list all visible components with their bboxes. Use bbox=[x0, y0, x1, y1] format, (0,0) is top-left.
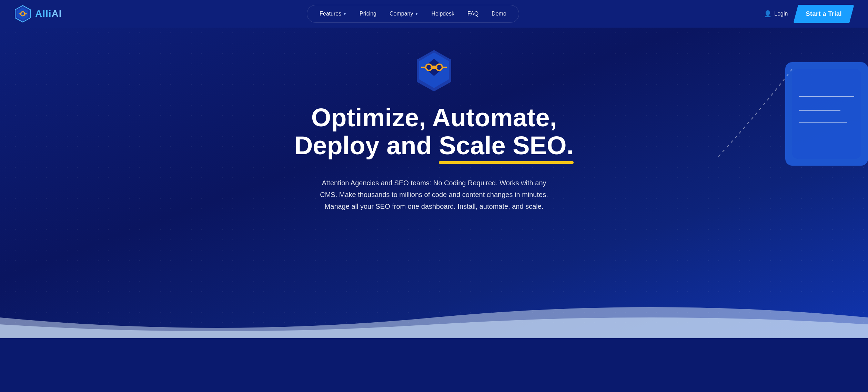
user-icon: 👤 bbox=[764, 10, 771, 18]
features-chevron-icon: ▼ bbox=[343, 12, 346, 16]
nav-company[interactable]: Company ▼ bbox=[384, 8, 424, 20]
nav-pricing[interactable]: Pricing bbox=[354, 8, 382, 20]
nav-helpdesk[interactable]: Helpdesk bbox=[426, 8, 460, 20]
company-chevron-icon: ▼ bbox=[415, 12, 418, 16]
nav-links: Features ▼ Pricing Company ▼ Helpdesk FA… bbox=[307, 5, 519, 23]
hero-section: Optimize, Automate, Deploy and Scale SEO… bbox=[0, 28, 868, 338]
svg-rect-8 bbox=[792, 69, 861, 159]
logo-icon bbox=[14, 5, 32, 23]
logo-text: AlliAI bbox=[35, 8, 62, 19]
svg-rect-7 bbox=[785, 62, 868, 166]
nav-faq[interactable]: FAQ bbox=[462, 8, 484, 20]
hero-logo-icon bbox=[412, 48, 456, 93]
svg-point-4 bbox=[24, 13, 26, 15]
nav-features[interactable]: Features ▼ bbox=[314, 8, 352, 20]
svg-point-3 bbox=[20, 13, 22, 15]
logo[interactable]: AlliAI bbox=[14, 5, 62, 23]
hero-wave-decoration bbox=[0, 297, 868, 338]
hero-subtext: Attention Agencies and SEO teams: No Cod… bbox=[313, 177, 555, 212]
svg-rect-19 bbox=[431, 66, 437, 69]
login-button[interactable]: 👤 Login bbox=[764, 10, 788, 18]
hero-headline: Optimize, Automate, Deploy and Scale SEO… bbox=[294, 104, 574, 160]
nav-right: 👤 Login Start a Trial bbox=[764, 5, 854, 23]
trial-button[interactable]: Start a Trial bbox=[793, 5, 854, 23]
dashed-curve-decoration bbox=[696, 62, 799, 166]
navbar: AlliAI Features ▼ Pricing Company ▼ Help… bbox=[0, 0, 868, 28]
nav-demo[interactable]: Demo bbox=[486, 8, 512, 20]
blue-card-decoration bbox=[765, 55, 868, 186]
